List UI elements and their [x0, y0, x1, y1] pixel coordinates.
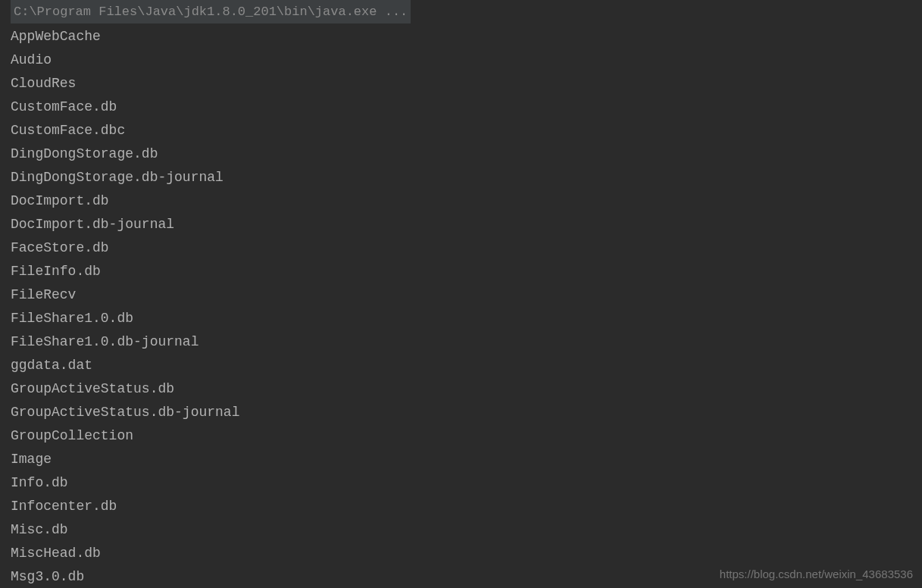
list-item: Audio	[11, 48, 911, 72]
list-item: MiscHead.db	[11, 542, 911, 565]
list-item: Misc.db	[11, 518, 911, 542]
list-item: GroupActiveStatus.db	[11, 377, 911, 401]
list-item: DingDongStorage.db-journal	[11, 166, 911, 189]
list-item: FileShare1.0.db-journal	[11, 330, 911, 354]
list-item: FileInfo.db	[11, 260, 911, 283]
list-item: AppWebCache	[11, 25, 911, 48]
list-item: CustomFace.dbc	[11, 119, 911, 142]
list-item: FaceStore.db	[11, 236, 911, 260]
watermark-text: https://blog.csdn.net/weixin_43683536	[720, 568, 913, 580]
list-item: FileRecv	[11, 283, 911, 307]
list-item: GroupActiveStatus.db-journal	[11, 401, 911, 424]
list-item: CustomFace.db	[11, 95, 911, 119]
list-item: Infocenter.db	[11, 495, 911, 518]
list-item: DocImport.db	[11, 189, 911, 213]
list-item: ggdata.dat	[11, 354, 911, 377]
list-item: Info.db	[11, 471, 911, 495]
list-item: DocImport.db-journal	[11, 213, 911, 236]
list-item: FileShare1.0.db	[11, 307, 911, 330]
file-list: AppWebCache Audio CloudRes CustomFace.db…	[11, 25, 911, 588]
list-item: Image	[11, 448, 911, 471]
list-item: DingDongStorage.db	[11, 142, 911, 166]
terminal-output: C:\Program Files\Java\jdk1.8.0_201\bin\j…	[0, 0, 922, 588]
command-path: C:\Program Files\Java\jdk1.8.0_201\bin\j…	[11, 0, 411, 23]
list-item: CloudRes	[11, 72, 911, 95]
list-item: GroupCollection	[11, 424, 911, 448]
